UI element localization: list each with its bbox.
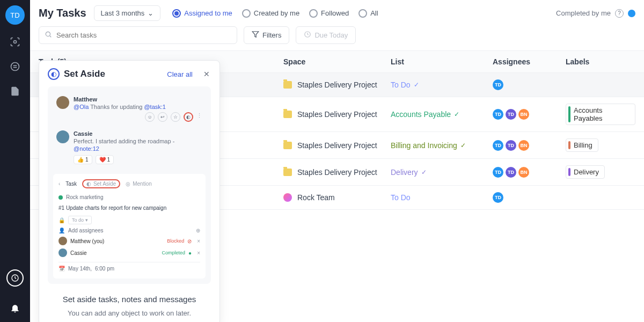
- svg-marker-7: [252, 32, 259, 38]
- search-box[interactable]: [39, 26, 237, 44]
- assignee-avatar[interactable]: TD: [493, 140, 503, 151]
- assignee-avatar[interactable]: BN: [518, 109, 529, 120]
- col-labels[interactable]: Labels: [566, 57, 635, 66]
- reply-icon: ↩: [158, 112, 167, 122]
- assignee-avatar[interactable]: TD: [506, 140, 516, 151]
- user-avatar[interactable]: TD: [5, 5, 25, 25]
- list-cell: To Do: [391, 193, 493, 202]
- list-cell: Delivery✓: [391, 168, 493, 177]
- chat-message: Cassie Perfect. I started adding the roa…: [53, 126, 206, 169]
- due-today-button[interactable]: Due Today: [296, 26, 356, 44]
- label-chip[interactable]: Delivery: [566, 165, 605, 179]
- status-blocked: Blocked: [167, 238, 184, 244]
- check-icon: ✓: [460, 142, 466, 149]
- filter-assigned[interactable]: Assigned to me: [172, 9, 232, 18]
- assignee-avatar[interactable]: TD: [506, 167, 516, 178]
- col-space[interactable]: Space: [283, 57, 391, 66]
- filter-followed[interactable]: Followed: [309, 9, 349, 18]
- filters-button[interactable]: Filters: [244, 26, 289, 44]
- capture-icon[interactable]: [8, 34, 23, 49]
- page-title: My Tasks: [39, 7, 86, 19]
- search-input[interactable]: [56, 31, 231, 39]
- avatar: [58, 237, 67, 245]
- panel-footer-title: Set aside tasks, notes and messages: [48, 294, 211, 306]
- tab-set-aside: ◐ Set Aside: [82, 179, 120, 188]
- task-preview-card: ‹ Task ◐ Set Aside ◎ Mention Rock market…: [53, 174, 206, 279]
- space-cell: Staples Delivery Project: [283, 141, 391, 150]
- col-list[interactable]: List: [391, 57, 493, 66]
- header-right: Completed by me ?: [556, 9, 635, 18]
- check-icon: ✓: [454, 111, 459, 118]
- completed-by-label[interactable]: Completed by me: [556, 9, 611, 17]
- space-cell: Rock Team: [283, 193, 391, 202]
- check-icon: ✓: [421, 169, 427, 176]
- svg-point-1: [11, 63, 19, 71]
- list-icon[interactable]: [8, 59, 23, 74]
- clear-all-button[interactable]: Clear all: [167, 70, 193, 78]
- label-chip[interactable]: Accounts Payables: [566, 104, 635, 125]
- assignees-cell: TD: [493, 79, 566, 90]
- assignee-avatar[interactable]: TD: [493, 192, 503, 203]
- folder-icon: [283, 81, 292, 89]
- search-icon: [45, 31, 52, 40]
- assignees-cell: TDTDBN: [493, 109, 566, 120]
- list-cell: Accounts Payable✓: [391, 110, 493, 119]
- filter-all[interactable]: All: [358, 9, 378, 18]
- label-chip[interactable]: Billing: [566, 138, 598, 152]
- period-selector[interactable]: Last 3 months ⌄: [94, 5, 161, 21]
- space-cell: Staples Delivery Project: [283, 110, 391, 119]
- chat-text: @Ola Thanks for updating @task:1: [74, 104, 202, 110]
- assignees-cell: TDTDBN: [493, 167, 566, 178]
- remove-icon: ×: [197, 238, 200, 244]
- assignee-avatar[interactable]: TD: [493, 167, 503, 178]
- col-assignees[interactable]: Assignees: [493, 57, 566, 66]
- toolbar: Filters Due Today: [30, 26, 644, 50]
- blocked-icon: ⊘: [187, 238, 192, 244]
- status-select: To do ▾: [68, 216, 92, 224]
- list-cell: To Do✓: [391, 80, 493, 89]
- tab-task: Task: [65, 181, 77, 187]
- svg-point-5: [46, 32, 50, 36]
- star-icon: ☆: [171, 112, 180, 122]
- status-dot-icon[interactable]: [628, 10, 635, 17]
- set-aside-icon: ◐: [48, 68, 60, 80]
- radio-icon: [358, 9, 367, 18]
- reaction: 👍 1: [74, 155, 92, 164]
- help-icon[interactable]: ?: [615, 9, 624, 18]
- radio-icon: [172, 9, 181, 18]
- bell-icon[interactable]: [8, 301, 23, 316]
- reaction: ❤️ 1: [96, 155, 114, 164]
- remove-icon: ×: [197, 250, 200, 256]
- task-title: #1 Update charts for report for new camp…: [58, 205, 200, 211]
- labels-cell: Delivery: [566, 165, 635, 179]
- close-icon[interactable]: ✕: [202, 70, 211, 78]
- assignee-avatar[interactable]: BN: [518, 140, 529, 151]
- assignee-avatar[interactable]: TD: [493, 79, 503, 90]
- assignee-avatar[interactable]: TD: [506, 109, 516, 120]
- folder-icon: [283, 111, 292, 118]
- filter-created[interactable]: Created by me: [242, 9, 299, 18]
- clock-icon[interactable]: [6, 269, 24, 287]
- radio-icon: [309, 9, 318, 18]
- rock-icon: [283, 193, 292, 202]
- panel-footer-subtitle: You can add any object to work on later.: [48, 309, 211, 317]
- preview-illustration: Matthew @Ola Thanks for updating @task:1…: [48, 86, 211, 284]
- assignee-avatar[interactable]: BN: [518, 167, 529, 178]
- svg-line-6: [50, 36, 52, 38]
- back-icon: ‹: [58, 181, 60, 187]
- assignee-avatar[interactable]: TD: [493, 109, 503, 120]
- lock-icon: 🔒: [58, 217, 65, 223]
- check-icon: ●: [188, 250, 192, 256]
- assignees-cell: TDTDBN: [493, 140, 566, 151]
- doc-icon[interactable]: [8, 84, 23, 99]
- status-completed: Completed: [162, 250, 186, 255]
- avatar: [58, 248, 67, 257]
- check-icon: ✓: [414, 81, 419, 89]
- person-icon: 👤: [58, 228, 65, 233]
- space-cell: Staples Delivery Project: [283, 168, 391, 177]
- filter-icon: [252, 31, 259, 40]
- set-aside-panel: ◐ Set Aside Clear all ✕ Matthew @Ola Tha…: [39, 60, 220, 322]
- svg-point-0: [14, 41, 17, 43]
- panel-title: Set Aside: [64, 69, 105, 79]
- clock-icon: [304, 31, 311, 40]
